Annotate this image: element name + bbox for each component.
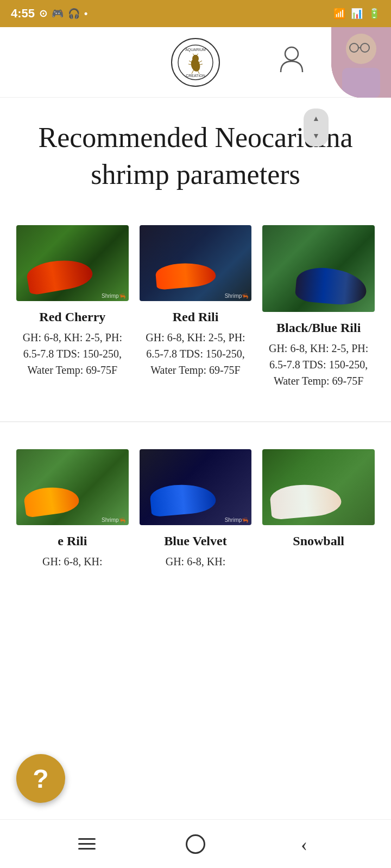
svg-text:AQUARIUM: AQUARIUM (185, 48, 206, 52)
scroll-indicator[interactable]: ▲ ▼ (304, 108, 329, 146)
orange-rili-watermark: Shrimp🦐 (102, 517, 125, 523)
logo-circle: AQUARIUM CREATION (171, 38, 220, 87)
status-icon-4: • (84, 8, 87, 20)
shrimp-card-blue-velvet: Shrimp🦐 Blue Velvet GH: 6-8, KH: (134, 444, 257, 580)
snowball-image-container (262, 449, 375, 525)
blue-velvet-image: Shrimp🦐 (140, 449, 252, 525)
red-cherry-params: GH: 6-8, KH: 2-5, PH: 6.5-7.8 TDS: 150-2… (16, 329, 129, 378)
orange-rili-name: e Rili (58, 533, 87, 549)
scroll-down-button[interactable]: ▼ (306, 129, 326, 144)
blue-velvet-name: Blue Velvet (164, 533, 226, 549)
red-rili-watermark: Shrimp🦐 (225, 293, 249, 299)
status-icon-1: ⊙ (39, 8, 47, 20)
status-time: 4:55 (11, 7, 35, 21)
svg-text:CREATION: CREATION (186, 74, 205, 78)
nav-home-button[interactable] (174, 828, 217, 860)
nav-menu-button[interactable] (65, 828, 109, 860)
status-icon-3: 🎧 (68, 8, 80, 20)
blue-rili-params: GH: 6-8, KH: 2-5, PH: 6.5-7.8 TDS: 150-2… (262, 340, 375, 389)
red-rili-image: Shrimp🦐 (140, 225, 252, 301)
wifi-icon: 📶 (333, 8, 345, 20)
red-cherry-name: Red Cherry (39, 309, 105, 325)
home-icon (186, 834, 205, 854)
shrimp-grid-row1: Shrimp🦐 Red Cherry GH: 6-8, KH: 2-5, PH:… (0, 203, 391, 411)
avatar[interactable] (331, 27, 391, 98)
status-left-icons: ⊙ 🎮 🎧 • (39, 8, 87, 20)
svg-point-4 (192, 55, 199, 62)
red-rili-name: Red Rili (173, 309, 219, 325)
bottom-nav: ‹ (0, 819, 391, 868)
blue-rili-name: Black/Blue Rili (276, 320, 361, 336)
help-button[interactable]: ? (16, 754, 65, 803)
logo-svg: AQUARIUM CREATION (176, 43, 215, 81)
svg-rect-16 (342, 68, 380, 98)
shrimp-grid-row2: Shrimp🦐 e Rili GH: 6-8, KH: Shrimp🦐 Blue… (0, 433, 391, 591)
orange-rili-image: Shrimp🦐 (16, 449, 129, 525)
section-divider (0, 422, 391, 422)
red-cherry-image-container: Shrimp🦐 (16, 225, 129, 301)
snowball-image (262, 449, 375, 525)
shrimp-card-red-rili: Shrimp🦐 Red Rili GH: 6-8, KH: 2-5, PH: 6… (134, 220, 257, 400)
user-icon[interactable] (280, 46, 304, 79)
blue-velvet-image-container: Shrimp🦐 (140, 449, 252, 525)
header: AQUARIUM CREATION (0, 27, 391, 98)
red-rili-image-container: Shrimp🦐 (140, 225, 252, 301)
orange-rili-image-container: Shrimp🦐 (16, 449, 129, 525)
page-title-section: Recommended Neocaridina shrimp parameter… (0, 98, 391, 203)
svg-line-11 (192, 69, 194, 74)
menu-line-3 (78, 848, 96, 850)
blue-velvet-params: GH: 6-8, KH: (166, 553, 226, 570)
signal-icon: 📊 (351, 8, 363, 20)
battery-icon: 🔋 (368, 8, 380, 20)
status-right-icons: 📶 📊 🔋 (333, 8, 380, 20)
shrimp-card-snowball: Snowball (257, 444, 380, 580)
snowball-name: Snowball (293, 533, 344, 549)
shrimp-card-blue-rili: Black/Blue Rili GH: 6-8, KH: 2-5, PH: 6.… (257, 220, 380, 400)
status-bar: 4:55 ⊙ 🎮 🎧 • 📶 📊 🔋 (0, 0, 391, 27)
blue-rili-image (262, 225, 375, 312)
status-time-section: 4:55 ⊙ 🎮 🎧 • (11, 7, 87, 21)
nav-back-button[interactable]: ‹ (282, 828, 326, 860)
menu-line-1 (78, 838, 96, 840)
red-cherry-image: Shrimp🦐 (16, 225, 129, 301)
red-cherry-watermark: Shrimp🦐 (102, 293, 125, 299)
shrimp-card-orange-rili: Shrimp🦐 e Rili GH: 6-8, KH: (11, 444, 134, 580)
menu-icon (78, 838, 96, 850)
svg-point-13 (285, 47, 298, 60)
avatar-image (331, 27, 391, 98)
blue-velvet-watermark: Shrimp🦐 (225, 517, 249, 523)
app-logo: AQUARIUM CREATION (171, 38, 220, 87)
shrimp-card-red-cherry: Shrimp🦐 Red Cherry GH: 6-8, KH: 2-5, PH:… (11, 220, 134, 400)
scroll-up-button[interactable]: ▲ (306, 111, 326, 126)
back-icon: ‹ (301, 833, 307, 856)
help-icon: ? (33, 764, 48, 794)
red-rili-params: GH: 6-8, KH: 2-5, PH: 6.5-7.8 TDS: 150-2… (140, 329, 252, 378)
status-icon-2: 🎮 (52, 8, 64, 20)
menu-line-2 (78, 843, 96, 845)
blue-rili-image-container (262, 225, 375, 312)
orange-rili-params: GH: 6-8, KH: (42, 553, 103, 570)
